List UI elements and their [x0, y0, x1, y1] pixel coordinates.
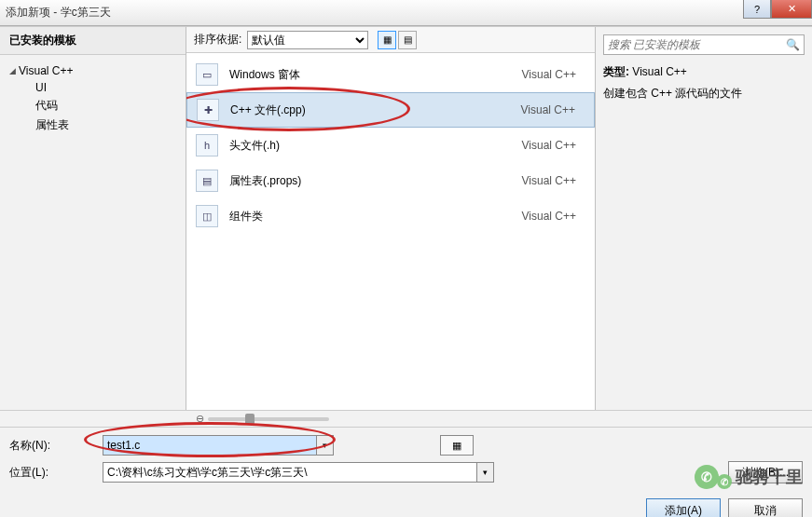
main-toolbar: 排序依据: 默认值 ▦ ▤	[186, 27, 595, 53]
component-icon: ◫	[196, 205, 218, 227]
help-button[interactable]: ?	[743, 0, 771, 19]
search-box[interactable]: 🔍	[603, 34, 805, 55]
sidebar: 已安装的模板 ◢ Visual C++ UI 代码 属性表	[0, 27, 186, 410]
name-label: 名称(N):	[9, 438, 93, 454]
browse-button[interactable]: 浏览(B)...	[728, 461, 803, 483]
detail-type-line: 类型: Visual C++	[603, 64, 805, 80]
sidebar-header: 已安装的模板	[0, 27, 186, 55]
name-input[interactable]	[103, 435, 317, 456]
add-button[interactable]: 添加(A)	[646, 498, 721, 517]
tree-root-label: Visual C++	[19, 64, 73, 77]
template-lang: Visual C++	[522, 174, 585, 187]
template-lang: Visual C++	[522, 210, 585, 223]
cpp-file-icon: ✚	[197, 99, 219, 121]
template-item-windows-form[interactable]: ▭ Windows 窗体 Visual C++	[186, 57, 595, 92]
window-buttons: ? ✕	[743, 0, 812, 19]
template-item-cpp-file[interactable]: ✚ C++ 文件(.cpp) Visual C++	[186, 92, 595, 128]
name-dropdown-icon[interactable]: ▾	[317, 435, 334, 456]
caret-icon: ◢	[9, 66, 19, 75]
template-item-component-class[interactable]: ◫ 组件类 Visual C++	[186, 198, 595, 234]
tree-node-props[interactable]: 属性表	[6, 116, 180, 135]
location-dropdown-icon[interactable]: ▾	[477, 462, 494, 483]
template-item-header-file[interactable]: h 头文件(.h) Visual C++	[186, 128, 595, 163]
location-input[interactable]	[103, 462, 477, 483]
template-item-property-sheet[interactable]: ▤ 属性表(.props) Visual C++	[186, 163, 595, 198]
bottom-form: 名称(N): ▾ ▦ 位置(L): ▾ 浏览(B)...	[0, 427, 812, 498]
location-row: 位置(L): ▾ 浏览(B)...	[9, 461, 803, 483]
template-label: 组件类	[229, 209, 522, 224]
template-label: Windows 窗体	[229, 67, 522, 83]
search-icon: 🔍	[786, 38, 800, 51]
template-tree: ◢ Visual C++ UI 代码 属性表	[0, 55, 186, 143]
sort-label: 排序依据:	[194, 32, 241, 48]
name-row: 名称(N): ▾ ▦	[9, 435, 803, 456]
form-icon: ▭	[196, 63, 218, 86]
detail-type-value: Visual C++	[632, 65, 686, 78]
cancel-button[interactable]: 取消	[728, 498, 803, 517]
zoom-row: ⊖	[0, 410, 812, 427]
tree-node-label: UI	[35, 81, 47, 94]
icon-picker[interactable]: ▦	[440, 435, 474, 456]
window-title: 添加新项 - 学c第三天	[6, 5, 111, 20]
template-lang: Visual C++	[522, 139, 585, 152]
template-label: C++ 文件(.cpp)	[230, 102, 521, 118]
detail-panel: 🔍 类型: Visual C++ 创建包含 C++ 源代码的文件	[596, 27, 812, 410]
template-lang: Visual C++	[522, 68, 585, 81]
props-icon: ▤	[196, 170, 218, 192]
template-label: 属性表(.props)	[229, 173, 522, 189]
template-list: ▭ Windows 窗体 Visual C++ ✚ C++ 文件(.cpp) V…	[186, 53, 595, 410]
titlebar: 添加新项 - 学c第三天 ? ✕	[0, 0, 812, 26]
tree-node-ui[interactable]: UI	[6, 79, 180, 96]
location-label: 位置(L):	[9, 465, 93, 481]
template-lang: Visual C++	[521, 103, 585, 116]
sort-select[interactable]: 默认值	[247, 31, 368, 49]
main-panel: 排序依据: 默认值 ▦ ▤ ▭ Windows 窗体 Visual C++ ✚ …	[186, 27, 596, 410]
tree-node-label: 代码	[35, 98, 58, 114]
detail-description: 创建包含 C++ 源代码的文件	[603, 86, 805, 102]
tree-node-code[interactable]: 代码	[6, 96, 180, 116]
detail-type-label: 类型:	[603, 65, 629, 78]
dialog-content: 已安装的模板 ◢ Visual C++ UI 代码 属性表 排序依据: 默认值	[0, 26, 812, 410]
tree-node-label: 属性表	[35, 117, 69, 133]
zoom-out-icon[interactable]: ⊖	[196, 413, 204, 425]
tree-root-visual-cpp[interactable]: ◢ Visual C++	[6, 62, 180, 79]
template-label: 头文件(.h)	[229, 138, 522, 154]
search-input[interactable]	[608, 38, 786, 51]
view-medium-icon[interactable]: ▦	[378, 31, 396, 49]
dialog-buttons: 添加(A) 取消	[0, 498, 812, 517]
header-file-icon: h	[196, 134, 218, 156]
view-mode-buttons: ▦ ▤	[378, 31, 417, 49]
zoom-slider[interactable]	[208, 417, 329, 421]
view-small-icon[interactable]: ▤	[398, 31, 417, 49]
close-button[interactable]: ✕	[771, 0, 812, 19]
zoom-thumb[interactable]	[245, 414, 255, 425]
